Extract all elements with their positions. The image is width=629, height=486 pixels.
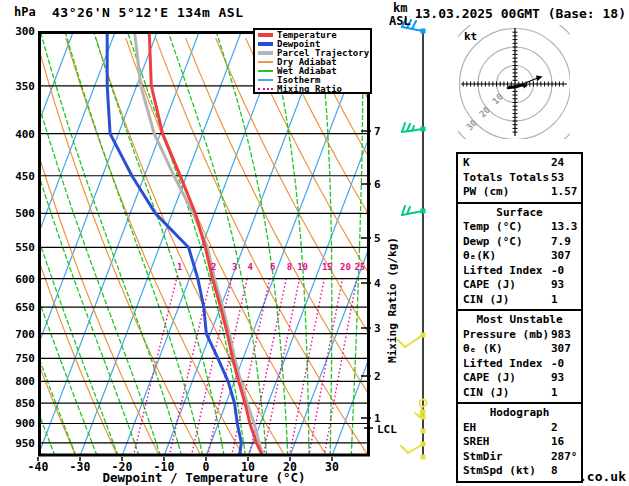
panel-row-value: 16	[551, 435, 564, 450]
legend-swatch-thick	[258, 51, 273, 55]
panel-row-value: 287°	[551, 450, 578, 465]
panel-row-value: 1.57	[551, 185, 578, 200]
panel-row-label: Dewp (°C)	[463, 235, 523, 248]
wind-barb-marker	[421, 415, 426, 420]
pressure-tick-label: 550	[15, 241, 35, 254]
panel-row-label: Totals Totals	[463, 171, 549, 184]
legend-swatch-thin	[258, 79, 273, 81]
panel-section-header: Hodograph	[463, 406, 576, 421]
mixing-ratio-value-label: 25	[354, 262, 365, 272]
panel-row: θₑ(K)307	[463, 249, 581, 264]
wind-barb-feather	[401, 446, 408, 453]
panel-row-value: 7.9	[551, 235, 571, 250]
pressure-tick-label: 600	[15, 273, 35, 286]
panel-row-value: 93	[551, 371, 564, 386]
hodograph-ring-label: 10	[490, 92, 505, 107]
panel-row: CIN (J)1	[463, 293, 581, 308]
mixing-ratio-value-label: 20	[340, 262, 351, 272]
pressure-tick-label: 950	[15, 437, 35, 450]
hodograph-ring-label: 30	[464, 118, 479, 133]
panel-row: StmDir287°	[463, 450, 581, 465]
mixing-ratio-line	[324, 276, 357, 456]
legend: TemperatureDewpointParcel TrajectoryDry …	[253, 28, 372, 94]
panel-row-value: 2	[551, 421, 558, 436]
km-tick-label: 2	[374, 370, 381, 383]
panel-row: Lifted Index-0	[463, 264, 581, 279]
panel-row: PW (cm)1.57	[463, 185, 581, 200]
asl-unit-label: ASL	[389, 14, 411, 28]
panel-row-label: Temp (°C)	[463, 220, 523, 233]
panel-row: Pressure (mb)983	[463, 328, 581, 343]
skewt-chart: 12346810152025 3003504004505005506006507…	[0, 0, 456, 486]
panel-row-label: K	[463, 156, 470, 169]
wet-adiabat-line	[216, 31, 288, 456]
wet-adiabat-line	[0, 31, 13, 456]
wind-barb-feather	[405, 335, 423, 347]
station-title: 43°26'N 5°12'E 134m ASL	[52, 5, 244, 20]
panel-section-most-unstable: Most UnstablePressure (mb)983θₑ (K)307Li…	[456, 309, 583, 404]
x-tick-label: -30	[70, 460, 91, 474]
legend-swatch-thick	[258, 42, 273, 46]
legend-swatch-dotted	[258, 88, 273, 90]
panel-row: CAPE (J)93	[463, 371, 581, 386]
mixing-ratio-axis-label: Mixing Ratio (g/kg)	[386, 237, 399, 363]
mixing-ratio-value-label: 3	[232, 262, 237, 272]
wind-barb	[402, 206, 426, 215]
panel-row-value: 307	[551, 342, 571, 357]
isotherm-line	[38, 31, 200, 456]
panel-row: K24	[463, 156, 581, 171]
panel-row-value: -0	[551, 264, 564, 279]
sounding-curves	[107, 31, 262, 455]
pressure-tick-label: 450	[15, 170, 35, 183]
wind-barb-feather	[402, 211, 423, 215]
panel-row: SREH16	[463, 435, 581, 450]
panel-row-value: 53	[551, 171, 564, 186]
km-unit-label: km	[393, 1, 407, 15]
legend-swatch-thin	[258, 70, 273, 72]
wind-barb	[421, 415, 426, 420]
km-tick-label: 7	[374, 125, 381, 138]
panel-row: StmSpd (kt)8	[463, 464, 581, 479]
hodograph-unit-label: kt	[464, 30, 477, 43]
panel-row-label: CAPE (J)	[463, 278, 516, 291]
mixing-ratio-value-label: 8	[287, 262, 292, 272]
panel-row: θₑ (K)307	[463, 342, 581, 357]
panel-row-label: θₑ(K)	[463, 249, 496, 262]
panel-row-value: 93	[551, 278, 564, 293]
panel-row-value: 1	[551, 386, 558, 401]
pressure-tick-label: 850	[15, 397, 35, 410]
wind-barb-marker	[421, 429, 426, 434]
isotherm-line	[290, 31, 452, 456]
hodograph-arrowhead-icon	[536, 75, 543, 81]
panel-row-value: 1	[551, 293, 558, 308]
legend-swatch-thick	[258, 33, 273, 37]
panel-row-label: StmSpd (kt)	[463, 464, 536, 477]
dry-adiabat-line	[395, 38, 456, 456]
hodograph-ring-label: 20	[477, 105, 492, 120]
mixing-ratio-value-label: 2	[211, 262, 216, 272]
pressure-tick-label: 800	[15, 375, 35, 388]
wind-barb-feather	[412, 21, 416, 29]
panel-section-header: Surface	[463, 206, 576, 221]
hodograph-inset: 102030 kt	[458, 25, 570, 139]
panel-row-value: -0	[551, 357, 564, 372]
wind-barb	[402, 123, 426, 132]
dry-adiabat-line	[365, 38, 456, 456]
mixing-ratio-value-label: 6	[270, 262, 275, 272]
panel-row-label: PW (cm)	[463, 185, 509, 198]
panel-row-label: CIN (J)	[463, 386, 509, 399]
panel-row: Lifted Index-0	[463, 357, 581, 372]
pressure-tick-label: 300	[15, 25, 35, 38]
wind-barb	[401, 442, 426, 454]
panel-row-value: 24	[551, 156, 564, 171]
panel-row: EH2	[463, 421, 581, 436]
panel-row-label: Pressure (mb)	[463, 328, 549, 341]
sounding-screenshot: 12346810152025 3003504004505005506006507…	[0, 0, 629, 486]
x-tick-label: 30	[325, 460, 339, 474]
panel-row-value: 307	[551, 249, 571, 264]
mixing-ratio-value-label: 1	[177, 262, 182, 272]
legend-swatch-thin	[258, 61, 273, 63]
wind-barb	[398, 333, 426, 348]
pressure-unit-label: hPa	[14, 5, 36, 19]
panel-row-label: EH	[463, 421, 476, 434]
